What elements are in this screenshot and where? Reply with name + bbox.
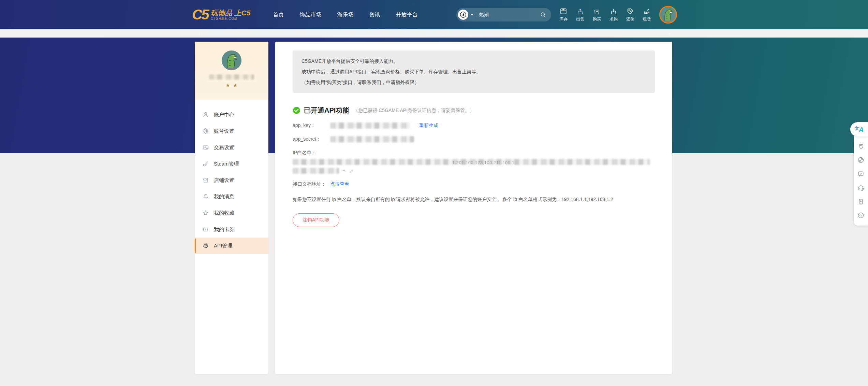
intro-line: C5GAME开放平台提供安全可靠的接入能力。 (301, 58, 646, 65)
quick-action-inventory[interactable]: 库存 (559, 7, 568, 22)
search-box[interactable] (456, 8, 551, 22)
counter-offer-tag-icon (626, 7, 634, 15)
buy-bag-icon (593, 7, 601, 15)
dinosaur-avatar-image (222, 51, 241, 70)
deregister-api-button[interactable]: 注销API功能 (293, 213, 339, 227)
nav-playground[interactable]: 游乐场 (337, 11, 353, 18)
user-avatar[interactable] (659, 6, 677, 24)
logo-mark: C5 (192, 8, 208, 22)
trade-settings-icon (202, 144, 209, 151)
ip-whitelist-section: IP白名单： 1.201.100.173,100.211.100.1 ** (293, 150, 655, 174)
sidebar-item-api-management[interactable]: API API管理 (195, 238, 268, 254)
c5game-logo[interactable]: C5 玩饰品 上C5 C5GAME.COM (192, 8, 250, 22)
quick-action-buy[interactable]: 购买 (593, 7, 601, 22)
api-status-note: （您已获得 C5GAME API身份认证信息，请妥善保管。） (353, 108, 474, 114)
sidebar-item-steam-management[interactable]: Steam管理 (195, 156, 268, 172)
announcement-text: 为维护交易公平，任一方在交易完成后撤销交易，账号将受到限制和处罚，点查看规则详情… (207, 30, 494, 37)
ip-whitelist-label: IP白名单： (293, 150, 655, 156)
app-download-button[interactable] (857, 198, 865, 205)
nav-open-platform[interactable]: 开放平台 (396, 11, 417, 18)
quick-actions: 库存 出售 购买 求购 (559, 7, 651, 22)
logo-domain: C5GAME.COM (211, 17, 251, 20)
view-docs-link[interactable]: 点击查看 (330, 181, 349, 187)
ip-whitelist-value-redacted (293, 168, 339, 174)
sidebar-menu: 账户中心 账号设置 交易设置 Steam管理 店铺设置 我的消息 我的收藏 我 (195, 100, 268, 254)
sidebar-item-label: 账号设置 (214, 128, 234, 134)
ip-whitelist-tip: 如果您不设置任何 ip 白名单，默认来自所有的 ip 请求都将被允许，建议设置来… (293, 197, 655, 203)
quick-action-label: 还价 (626, 16, 634, 22)
app-key-row: app_key： 重新生成 (293, 123, 655, 129)
nav-news[interactable]: 资讯 (369, 11, 380, 18)
ip-mask-asterisks: ** (342, 169, 345, 173)
chevron-down-icon[interactable] (471, 14, 473, 16)
gear-icon (202, 128, 209, 134)
intro-line: （如需使用“购买类”接口，请联系我们，申请额外权限） (301, 79, 646, 86)
doc-label: 接口文档地址： (293, 181, 330, 187)
quick-action-label: 出售 (576, 16, 584, 22)
api-status-title: 已开通API功能 (304, 106, 349, 115)
search-icon[interactable] (540, 12, 546, 18)
sidebar-item-messages[interactable]: 我的消息 (195, 188, 268, 205)
sidebar-item-shop-settings[interactable]: 店铺设置 (195, 172, 268, 188)
sidebar-item-coupons[interactable]: 我的卡券 (195, 221, 268, 238)
dinosaur-avatar-image (660, 7, 676, 23)
app-secret-row: app_secret： (293, 136, 655, 142)
ticket-icon (202, 226, 209, 233)
quick-action-label: 购买 (593, 16, 601, 22)
quick-action-want-buy[interactable]: 求购 (609, 7, 618, 22)
shop-icon (202, 177, 209, 184)
c5-home-button[interactable]: C5 (857, 212, 865, 219)
sidebar-item-label: 我的消息 (214, 194, 234, 200)
game-filter-button[interactable] (458, 10, 468, 20)
quick-action-label: 求购 (609, 16, 618, 22)
doc-link-row: 接口文档地址： 点击查看 (293, 181, 655, 187)
svg-text:API: API (204, 245, 207, 247)
speaker-icon (199, 31, 204, 36)
c5-logo-icon: C5 (857, 212, 865, 219)
app-secret-label: app_secret： (293, 136, 330, 142)
sidebar-item-trade-settings[interactable]: 交易设置 (195, 139, 268, 156)
sidebar-item-account-center[interactable]: 账户中心 (195, 106, 268, 123)
intro-line: 成功申请后，通过调用API接口，实现查询价格、购买下单、库存管理、出售上架等。 (301, 68, 646, 75)
avatar[interactable] (222, 51, 241, 70)
floating-toolbar: ? C5 (854, 136, 868, 226)
regenerate-link[interactable]: 重新生成 (419, 123, 438, 129)
app-key-value-redacted (330, 123, 410, 129)
star-icon (202, 210, 209, 216)
want-buy-bag-down-icon (609, 7, 618, 15)
sidebar-item-label: 我的收藏 (214, 210, 234, 216)
quick-action-counter-offer[interactable]: 还价 (626, 7, 634, 22)
sidebar-item-label: 交易设置 (214, 144, 234, 151)
headset-icon (857, 184, 865, 191)
account-sidebar: ★★ 账户中心 账号设置 交易设置 Steam管理 店铺设置 我的消息 我的 (195, 42, 268, 374)
steam-key-icon (202, 160, 209, 167)
translate-icon: 文A (855, 126, 864, 133)
sell-bag-up-icon (576, 7, 584, 15)
user-icon (202, 111, 209, 118)
cs-game-icon (459, 11, 467, 18)
profile-card: ★★ (195, 42, 268, 100)
close-icon[interactable]: × (668, 29, 671, 38)
sidebar-item-account-settings[interactable]: 账号设置 (195, 123, 268, 139)
inventory-safe-icon (559, 7, 568, 15)
ip-whitelist-visible-fragment: 1.201.100.173,100.211.100.1 (452, 160, 514, 165)
quick-action-rent[interactable]: 租赁 (643, 7, 651, 22)
customer-service-button[interactable] (857, 184, 865, 191)
footprint-tool-button[interactable] (857, 143, 865, 150)
nav-home[interactable]: 首页 (273, 11, 284, 18)
pencil-edit-icon (349, 168, 354, 174)
bell-icon (202, 193, 209, 200)
search-divider (476, 12, 476, 17)
nav-market[interactable]: 饰品市场 (299, 11, 321, 18)
steam-tool-button[interactable] (857, 156, 865, 164)
sidebar-item-label: 账户中心 (214, 112, 234, 118)
platform-intro-box: C5GAME开放平台提供安全可靠的接入能力。 成功申请后，通过调用API接口，实… (293, 51, 655, 93)
sidebar-item-favorites[interactable]: 我的收藏 (195, 205, 268, 221)
search-input[interactable] (479, 12, 538, 18)
edit-ip-whitelist-button[interactable] (349, 168, 354, 174)
quick-action-sell[interactable]: 出售 (576, 7, 584, 22)
sidebar-item-label: 我的卡券 (214, 226, 234, 233)
help-tool-button[interactable]: ? (857, 170, 865, 178)
translate-button[interactable]: 文A (850, 122, 868, 137)
api-management-panel: C5GAME开放平台提供安全可靠的接入能力。 成功申请后，通过调用API接口，实… (275, 42, 672, 374)
